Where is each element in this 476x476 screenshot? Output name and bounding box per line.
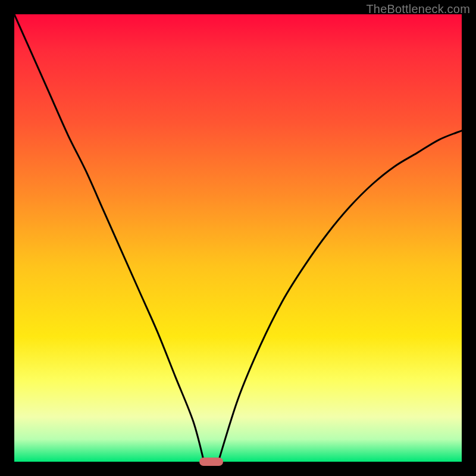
right-branch-curve [218, 131, 462, 462]
chart-frame [14, 14, 462, 462]
left-branch-curve [14, 14, 204, 462]
bottleneck-marker [199, 458, 223, 466]
chart-curves [14, 14, 462, 462]
